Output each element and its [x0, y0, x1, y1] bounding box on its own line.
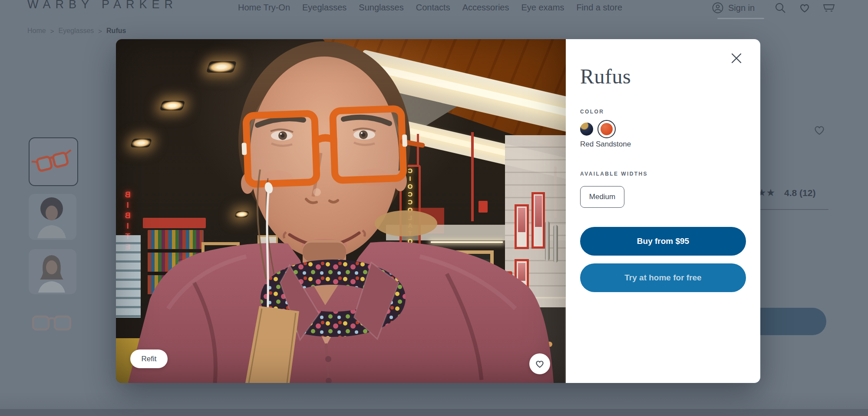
- breadcrumb-eyeglasses[interactable]: Eyeglasses: [58, 27, 94, 35]
- swatch-tortoise[interactable]: [580, 123, 593, 136]
- refit-label: Refit: [142, 355, 157, 363]
- buy-button[interactable]: Buy from $95: [580, 227, 746, 256]
- try-at-home-button[interactable]: Try at home for free: [580, 263, 746, 292]
- person-with-tryon-glasses: [116, 39, 566, 383]
- nav-item-find-a-store[interactable]: Find a store: [576, 3, 622, 13]
- nav-item-eye-exams[interactable]: Eye exams: [521, 3, 564, 13]
- sign-in-button[interactable]: Sign in: [711, 1, 755, 14]
- thumbnail-model-afro[interactable]: [29, 194, 76, 240]
- account-icon: [711, 1, 724, 14]
- sign-in-label: Sign in: [728, 3, 755, 13]
- thumbnail-rufus-product-selected[interactable]: [29, 137, 78, 186]
- color-label: COLOR: [580, 109, 604, 115]
- breadcrumb-rufus: Rufus: [106, 27, 126, 35]
- favorite-button[interactable]: [529, 353, 550, 374]
- try-at-home-label: Try at home for free: [624, 273, 701, 283]
- nav-item-sunglasses[interactable]: Sunglasses: [359, 3, 403, 13]
- widths-label: AVAILABLE WIDTHS: [580, 171, 648, 177]
- nav-item-home-try-on[interactable]: Home Try-On: [238, 3, 290, 13]
- favorites-icon[interactable]: [798, 1, 811, 14]
- top-nav: WARBY PARKER Home Try-On Eyeglasses Sung…: [0, 0, 868, 20]
- cart-icon[interactable]: [822, 1, 835, 14]
- camera-view: BIBITE CIOCCOLATO: [116, 39, 566, 383]
- thumbnail-model-bob[interactable]: [29, 249, 76, 294]
- virtual-try-on-modal: BIBITE CIOCCOLATO: [116, 39, 760, 383]
- refit-button[interactable]: Refit: [130, 349, 168, 368]
- background-favorite-icon[interactable]: [812, 123, 826, 138]
- breadcrumb-separator-icon: >: [50, 27, 54, 35]
- color-swatches: [580, 120, 616, 138]
- breadcrumb: Home > Eyeglasses > Rufus: [27, 27, 126, 35]
- product-title: Rufus: [580, 64, 631, 88]
- close-button[interactable]: [728, 50, 745, 67]
- breadcrumb-home[interactable]: Home: [27, 27, 46, 35]
- close-icon: [729, 51, 744, 66]
- background-divider: [756, 209, 828, 210]
- width-option-medium[interactable]: Medium: [580, 186, 624, 208]
- sign-in-underline: [717, 18, 764, 19]
- buy-button-label: Buy from $95: [637, 236, 689, 246]
- warby-parker-logo[interactable]: WARBY PARKER: [27, 0, 178, 11]
- nav-actions: Sign in: [711, 1, 835, 15]
- product-card: Rufus COLOR Red Sandstone AVAILABLE WIDT…: [566, 39, 760, 383]
- star-icon: ★: [766, 187, 775, 199]
- heart-icon: [534, 359, 545, 369]
- nav-item-eyeglasses[interactable]: Eyeglasses: [302, 3, 347, 13]
- page-bottom-fade: [0, 391, 868, 409]
- nav-item-contacts[interactable]: Contacts: [416, 3, 450, 13]
- nav-links: Home Try-On Eyeglasses Sunglasses Contac…: [238, 0, 622, 15]
- background-rating-text[interactable]: 4.8 (12): [784, 188, 815, 198]
- breadcrumb-separator-icon: >: [98, 27, 102, 35]
- selected-color-name: Red Sandstone: [580, 140, 631, 149]
- width-option-label: Medium: [589, 193, 615, 201]
- thumbnail-rufus-front-product[interactable]: [29, 304, 76, 344]
- swatch-red-sandstone-selected[interactable]: [597, 120, 616, 138]
- search-icon[interactable]: [774, 1, 787, 14]
- page: WARBY PARKER Home Try-On Eyeglasses Sung…: [0, 0, 868, 416]
- nav-item-accessories[interactable]: Accessories: [462, 3, 509, 13]
- page-bottom-section: [0, 409, 868, 416]
